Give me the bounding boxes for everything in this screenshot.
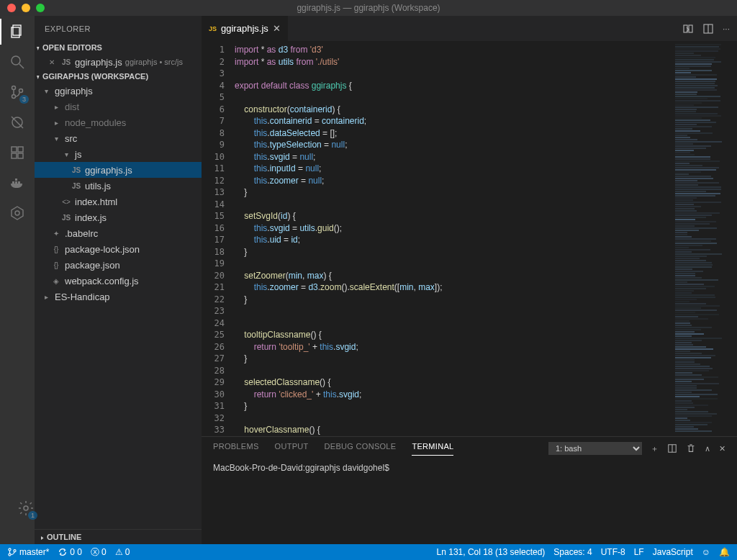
svg-rect-21 xyxy=(689,25,692,32)
explorer-title: EXPLORER xyxy=(35,16,202,41)
panel-tab-output[interactable]: OUTPUT xyxy=(275,442,309,456)
notifications-icon[interactable]: 🔔 xyxy=(719,547,730,557)
folder-item[interactable]: ▾src xyxy=(35,130,202,146)
minimize-window-button[interactable] xyxy=(22,4,30,12)
settings-gear-icon[interactable]: 1 xyxy=(17,500,35,517)
split-editor-icon[interactable] xyxy=(702,23,714,35)
folder-item[interactable]: ▾js xyxy=(35,146,202,162)
svg-marker-17 xyxy=(12,207,23,220)
webpack-icon: ◈ xyxy=(50,275,62,286)
svg-point-28 xyxy=(14,550,16,552)
cursor-position[interactable]: Ln 131, Col 18 (13 selected) xyxy=(437,547,546,557)
svg-point-2 xyxy=(12,56,20,65)
outline-header[interactable]: ▸OUTLINE xyxy=(35,529,202,544)
code-editor[interactable]: import * as d3 from 'd3' import * as uti… xyxy=(235,41,672,436)
dirty-indicator-icon: ✕ xyxy=(46,56,58,68)
more-actions-icon[interactable]: ··· xyxy=(723,24,730,34)
search-icon[interactable] xyxy=(9,53,26,71)
split-terminal-icon[interactable] xyxy=(667,443,677,453)
folder-item[interactable]: ▸node_modules xyxy=(35,114,202,130)
line-numbers: 1234567891011121314151617181920212223242… xyxy=(202,41,235,436)
git-sync[interactable]: 0 0 xyxy=(58,547,82,557)
svg-line-3 xyxy=(19,64,24,68)
folder-icon: ▸ xyxy=(50,101,62,112)
terminal-output[interactable]: MacBook-Pro-de-David:ggiraphjs davidgohe… xyxy=(202,460,737,544)
svg-rect-14 xyxy=(15,181,17,184)
svg-point-5 xyxy=(12,95,16,99)
svg-rect-12 xyxy=(18,153,23,158)
editor-tab[interactable]: JS ggiraphjs.js ✕ xyxy=(202,16,289,41)
folder-icon: ▾ xyxy=(50,132,62,144)
close-tab-icon[interactable]: ✕ xyxy=(273,23,281,34)
js-icon: JS xyxy=(71,180,82,191)
json-icon: {} xyxy=(50,243,62,255)
folder-icon: ▸ xyxy=(50,117,62,128)
compare-icon[interactable] xyxy=(682,23,694,35)
settings-badge: 1 xyxy=(28,511,37,520)
file-item[interactable]: JSindex.js xyxy=(35,209,202,225)
file-item[interactable]: ◈webpack.config.js xyxy=(35,273,202,289)
bottom-panel: PROBLEMSOUTPUTDEBUG CONSOLETERMINAL 1: b… xyxy=(202,436,737,544)
titlebar: ggiraphjs.js — ggiraphjs (Workspace) xyxy=(0,0,737,16)
folder-item[interactable]: ▸ES-Handicap xyxy=(35,289,202,304)
source-control-icon[interactable]: 3 xyxy=(9,83,26,101)
git-branch[interactable]: master* xyxy=(7,547,49,557)
editor-area: JS ggiraphjs.js ✕ ··· 123456789101112131… xyxy=(202,16,737,544)
kill-terminal-icon[interactable] xyxy=(686,443,696,453)
svg-point-6 xyxy=(19,89,23,93)
json-icon: {} xyxy=(50,259,62,271)
new-terminal-icon[interactable]: ＋ xyxy=(651,443,659,454)
maximize-panel-icon[interactable]: ∧ xyxy=(705,444,710,453)
file-item[interactable]: ✦.babelrc xyxy=(35,225,202,241)
feedback-icon[interactable]: ☺ xyxy=(702,547,710,557)
window-title: ggiraphjs.js — ggiraphjs (Workspace) xyxy=(297,3,440,13)
explorer-icon[interactable] xyxy=(9,23,26,40)
folder-item[interactable]: ▸dist xyxy=(35,99,202,114)
encoding[interactable]: UTF-8 xyxy=(601,547,625,557)
svg-rect-15 xyxy=(18,181,20,184)
scm-badge: 3 xyxy=(19,95,29,104)
panel-tab-problems[interactable]: PROBLEMS xyxy=(213,442,259,456)
terminal-selector[interactable]: 1: bash xyxy=(548,442,642,455)
docker-icon[interactable] xyxy=(9,174,26,191)
problems-errors[interactable]: ⓧ 0 xyxy=(91,546,107,559)
svg-rect-11 xyxy=(12,153,17,158)
svg-rect-16 xyxy=(15,179,17,181)
js-file-icon: JS xyxy=(209,25,217,32)
file-item[interactable]: JSutils.js xyxy=(35,178,202,194)
indentation[interactable]: Spaces: 4 xyxy=(553,547,592,557)
svg-point-4 xyxy=(12,86,16,90)
folder-icon: ▸ xyxy=(40,291,52,302)
file-item[interactable]: <>index.html xyxy=(35,194,202,209)
kubernetes-icon[interactable] xyxy=(9,204,26,222)
open-editors-header[interactable]: ▾OPEN EDITORS xyxy=(35,41,202,54)
svg-point-27 xyxy=(9,554,11,556)
minimap[interactable] xyxy=(672,41,737,436)
file-item[interactable]: {}package.json xyxy=(35,257,202,273)
close-window-button[interactable] xyxy=(7,4,16,12)
svg-point-18 xyxy=(15,211,19,215)
maximize-window-button[interactable] xyxy=(36,4,45,12)
html-icon: <> xyxy=(60,196,72,207)
debug-icon[interactable] xyxy=(9,114,26,131)
file-item[interactable]: JSggiraphjs.js xyxy=(35,162,202,178)
svg-line-8 xyxy=(12,117,23,128)
problems-warnings[interactable]: ⚠ 0 xyxy=(115,547,130,557)
extensions-icon[interactable] xyxy=(9,144,26,161)
folder-item[interactable]: ▾ggiraphjs xyxy=(35,83,202,99)
svg-rect-10 xyxy=(18,147,23,152)
open-editor-item[interactable]: ✕ JS ggiraphjs.js ggiraphjs • src/js xyxy=(35,54,202,70)
close-panel-icon[interactable]: ✕ xyxy=(719,444,725,453)
eol[interactable]: LF xyxy=(634,547,644,557)
js-file-icon: JS xyxy=(60,56,72,68)
svg-rect-13 xyxy=(12,181,14,184)
workspace-header[interactable]: ▾GGIRAPHJS (WORKSPACE) xyxy=(35,70,202,83)
panel-tab-terminal[interactable]: TERMINAL xyxy=(412,442,453,456)
js-icon: JS xyxy=(71,164,82,176)
svg-point-19 xyxy=(24,506,28,510)
panel-tab-debug-console[interactable]: DEBUG CONSOLE xyxy=(325,442,397,456)
file-item[interactable]: {}package-lock.json xyxy=(35,241,202,257)
js-icon: JS xyxy=(60,212,72,223)
language-mode[interactable]: JavaScript xyxy=(653,547,693,557)
folder-icon: ▾ xyxy=(40,85,52,96)
